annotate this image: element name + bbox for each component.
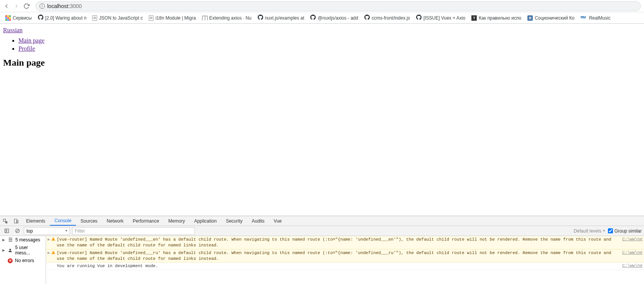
bookmark-item[interactable]: TКак правильно испо — [469, 14, 524, 22]
clear-console-icon[interactable] — [13, 227, 21, 235]
devtools-tab-sources[interactable]: Sources — [76, 216, 102, 226]
bookmark-label: [2.0] Waring about n — [45, 15, 87, 21]
bookmark-item[interactable]: RMRealMusic — [578, 14, 613, 22]
bookmark-item[interactable]: BСоционический Ко — [525, 14, 577, 22]
browser-toolbar: i localhost:3000 — [0, 0, 644, 12]
expand-arrow-icon[interactable]: ▶ — [48, 250, 51, 255]
reload-button[interactable] — [23, 3, 30, 10]
forward-button[interactable] — [13, 3, 20, 10]
bookmark-label: Соционический Ко — [535, 15, 575, 21]
svg-point-7 — [9, 249, 11, 250]
bookmark-label: ccms-front/index.js — [372, 15, 410, 21]
console-sidebar-item[interactable]: ✕No errors — [0, 257, 46, 264]
log-source-link[interactable]: C:\ww\ne — [618, 250, 642, 255]
console-output: ▶[vue-router] Named Route 'undefined___e… — [46, 236, 644, 284]
expand-arrow-icon: ▶ — [2, 248, 5, 252]
apps-icon — [5, 15, 11, 21]
devtools-tab-security[interactable]: Security — [221, 216, 247, 226]
console-sidebar: ▶☰5 messages▶5 user mess...✕No errors — [0, 236, 46, 284]
bookmark-label: [ISSUE] Vuex + Axio — [423, 15, 465, 21]
console-log-row[interactable]: ▶[vue-router] Named Route 'undefined___r… — [46, 249, 644, 263]
warning-icon — [51, 250, 57, 254]
devtools-tabs: ElementsConsoleSourcesNetworkPerformance… — [0, 216, 644, 226]
bookmark-label: Сервисы — [13, 15, 32, 21]
github-icon — [310, 15, 316, 21]
device-toolbar-icon[interactable] — [11, 216, 21, 226]
console-toolbar: top Filter Default levels ▼ Group simila… — [0, 226, 644, 236]
sidebar-item-label: No errors — [15, 258, 34, 263]
nav-item: Profile — [18, 45, 641, 53]
bookmark-item[interactable]: i18n Module | Migra — [147, 14, 198, 22]
page-content: Russian Main pageProfile Main page — [0, 24, 644, 216]
context-select[interactable]: top — [24, 227, 70, 235]
github-icon — [38, 15, 43, 21]
vk-icon: B — [527, 15, 533, 21]
language-link[interactable]: Russian — [3, 27, 23, 33]
svg-rect-0 — [3, 219, 6, 221]
console-sidebar-toggle-icon[interactable] — [2, 227, 11, 235]
warning-icon — [51, 237, 57, 241]
site-icon: T — [471, 15, 477, 21]
devtools-tab-console[interactable]: Console — [50, 216, 76, 226]
sidebar-item-label: 5 user mess... — [15, 245, 43, 256]
group-similar-checkbox[interactable]: Group similar — [608, 228, 642, 234]
rm-icon: RM — [581, 15, 587, 20]
log-levels-select[interactable]: Default levels ▼ — [574, 228, 606, 234]
github-icon — [416, 15, 422, 21]
nav-link[interactable]: Main page — [18, 37, 44, 44]
nav-item: Main page — [18, 37, 641, 45]
address-bar[interactable]: i localhost:3000 — [35, 1, 641, 11]
url-text: localhost:3000 — [47, 3, 82, 9]
devtools-tab-audits[interactable]: Audits — [247, 216, 269, 226]
bookmark-label: nuxt.js/examples at — [265, 15, 305, 21]
page-heading: Main page — [3, 58, 641, 68]
error-icon: ✕ — [8, 258, 13, 263]
bookmark-item[interactable]: @nuxtjs/axios - add — [308, 13, 361, 22]
book-icon — [202, 16, 208, 20]
expand-arrow-icon[interactable]: ▶ — [48, 237, 51, 242]
console-log-row[interactable]: You are running Vue in development mode.… — [46, 263, 644, 270]
devtools-tab-performance[interactable]: Performance — [128, 216, 164, 226]
nav-link[interactable]: Profile — [18, 45, 35, 52]
bookmark-label: JSON to JavaScript c — [99, 15, 143, 21]
document-icon — [149, 15, 153, 21]
bookmark-item[interactable]: [ISSUE] Vuex + Axio — [414, 13, 468, 22]
inspect-element-icon[interactable] — [0, 216, 11, 226]
expand-arrow-icon: ▶ — [2, 238, 5, 242]
log-source-link[interactable]: C:\ww\ne — [618, 263, 642, 268]
bookmark-item[interactable]: Сервисы — [3, 14, 34, 22]
bookmark-item[interactable]: ccms-front/index.js — [362, 13, 412, 22]
log-message: [vue-router] Named Route 'undefined___en… — [57, 237, 618, 248]
bookmark-label: i18n Module | Migra — [155, 15, 196, 21]
bookmark-label: Как правильно испо — [479, 15, 521, 21]
devtools-tab-vue[interactable]: Vue — [269, 216, 287, 226]
devtools-panel: ElementsConsoleSourcesNetworkPerformance… — [0, 216, 644, 284]
bookmark-label: Extending axios · Nu — [209, 15, 252, 21]
bookmark-label: @nuxtjs/axios - add — [318, 15, 358, 21]
devtools-tab-network[interactable]: Network — [102, 216, 128, 226]
sidebar-item-label: 5 messages — [15, 237, 40, 243]
github-icon — [364, 15, 370, 21]
console-log-row[interactable]: ▶[vue-router] Named Route 'undefined___e… — [46, 236, 644, 249]
devtools-tab-application[interactable]: Application — [189, 216, 221, 226]
bookmark-item[interactable]: Extending axios · Nu — [200, 14, 254, 22]
console-sidebar-item[interactable]: ▶☰5 messages — [0, 236, 46, 244]
bookmark-item[interactable]: [2.0] Waring about n — [36, 13, 89, 22]
console-filter-input[interactable]: Filter — [72, 227, 195, 235]
nav-list: Main pageProfile — [3, 37, 641, 53]
devtools-tab-elements[interactable]: Elements — [21, 216, 50, 226]
bookmark-item[interactable]: nuxt.js/examples at — [255, 13, 307, 22]
bookmark-label: RealMusic — [589, 15, 611, 21]
document-icon — [92, 15, 97, 21]
github-icon — [258, 15, 263, 21]
site-info-icon[interactable]: i — [40, 3, 45, 9]
bookmarks-bar: Сервисы[2.0] Waring about nJSON to JavaS… — [0, 12, 644, 24]
svg-line-6 — [16, 230, 19, 232]
bookmark-item[interactable]: JSON to JavaScript c — [90, 14, 145, 22]
devtools-tab-memory[interactable]: Memory — [164, 216, 189, 226]
console-sidebar-item[interactable]: ▶5 user mess... — [0, 244, 46, 257]
back-button[interactable] — [3, 3, 10, 10]
log-source-link[interactable]: C:\ww\ne — [618, 237, 642, 241]
log-message: You are running Vue in development mode. — [57, 263, 618, 269]
user-icon — [8, 248, 13, 253]
